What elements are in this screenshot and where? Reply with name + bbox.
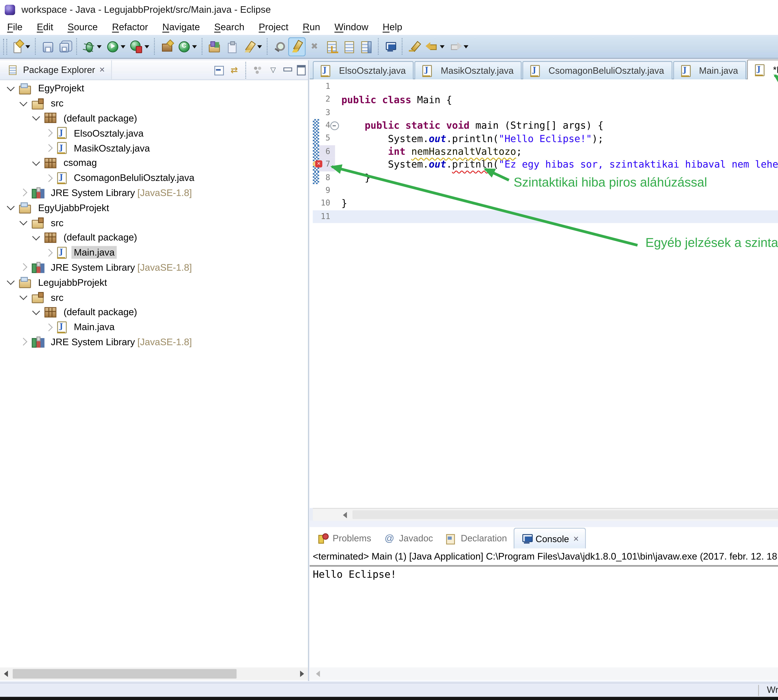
menu-window[interactable]: Window	[327, 20, 376, 34]
chevron-right-icon[interactable]	[45, 144, 53, 152]
new-button[interactable]	[9, 37, 33, 56]
save-button[interactable]	[39, 37, 56, 56]
tree-item-main-java-11[interactable]: Main.java	[0, 245, 308, 260]
chevron-down-icon[interactable]	[7, 203, 15, 211]
code-line-10[interactable]: 10}	[313, 197, 778, 210]
menu-refactor[interactable]: Refactor	[105, 20, 155, 34]
code-area[interactable]: 12public class Main {34 public static vo…	[313, 80, 778, 223]
chevron-right-icon[interactable]	[20, 338, 27, 346]
chevron-down-icon[interactable]	[20, 98, 27, 106]
tree-item-default-package[interactable]: (default package)	[0, 305, 308, 320]
scroll-left-icon[interactable]	[343, 512, 347, 518]
code-editor[interactable]: 12public class Main {34 public static vo…	[310, 79, 778, 508]
chevron-right-icon[interactable]	[45, 323, 53, 331]
tree-item-default-package[interactable]: (default package)	[0, 230, 308, 245]
code-line-2[interactable]: 2public class Main {	[313, 93, 778, 106]
mark-occurrences-button[interactable]	[288, 37, 306, 56]
chevron-down-icon[interactable]	[20, 218, 27, 225]
back-button[interactable]	[423, 37, 447, 56]
tree-item-jre-system-library[interactable]: JRE System Library [JavaSE-1.8]	[0, 185, 308, 200]
menu-project[interactable]: Project	[252, 20, 296, 34]
tree-item-default-package[interactable]: (default package)	[0, 111, 308, 126]
scroll-left-icon[interactable]	[4, 671, 8, 677]
view-tab-declaration[interactable]: Declaration	[439, 528, 513, 548]
menu-search[interactable]: Search	[207, 20, 252, 34]
pin-editor-button[interactable]	[358, 37, 376, 56]
debug-button[interactable]	[80, 37, 104, 56]
code-line-11[interactable]: 11	[313, 210, 778, 223]
chevron-right-icon[interactable]	[45, 174, 53, 182]
maximize-view-button[interactable]	[296, 64, 306, 75]
focus-button[interactable]	[252, 63, 264, 76]
editor-tab-main-java[interactable]: Main.java	[673, 61, 746, 79]
save-all-button[interactable]	[56, 37, 74, 56]
open-view-button[interactable]	[341, 37, 358, 56]
menu-run[interactable]: Run	[296, 20, 327, 34]
menu-file[interactable]: File	[0, 20, 30, 34]
chevron-down-icon[interactable]	[32, 158, 40, 166]
dropdown-caret-icon[interactable]	[257, 45, 262, 48]
build-all-button[interactable]: ✖	[306, 37, 323, 56]
tree-item-src[interactable]: src	[0, 96, 308, 111]
tree-item-elsoosztaly-java[interactable]: ElsoOsztaly.java	[0, 126, 308, 141]
chevron-down-icon[interactable]	[32, 307, 40, 315]
tree-item-src[interactable]: src	[0, 290, 308, 305]
chevron-down-icon[interactable]	[32, 233, 40, 240]
close-view-icon[interactable]: ✕	[99, 66, 105, 74]
run-external-tools-button[interactable]	[128, 37, 152, 56]
editor-tab-csomagonbeluliosztaly-java[interactable]: CsomagonBeluliOsztaly.java	[523, 61, 672, 79]
editor-tab-elsoosztaly-java[interactable]: ElsoOsztaly.java	[313, 61, 414, 79]
scroll-left-icon[interactable]	[316, 671, 320, 677]
last-edit-location-button[interactable]	[406, 37, 423, 56]
link-with-editor-button[interactable]: ⇄	[228, 63, 240, 76]
new-java-project-button[interactable]	[158, 37, 175, 56]
console-view-button[interactable]	[382, 37, 399, 56]
tree-item-csomagonbeluliosztaly-java[interactable]: CsomagonBeluliOsztaly.java	[0, 170, 308, 185]
dropdown-caret-icon[interactable]	[192, 45, 197, 48]
dropdown-caret-icon[interactable]	[440, 45, 445, 48]
search-button[interactable]	[240, 37, 264, 56]
editor-hscrollbar[interactable]	[313, 508, 778, 521]
code-line-1[interactable]: 1	[313, 80, 778, 93]
code-line-6[interactable]: 6 int nemHasznaltValtozo;	[313, 145, 778, 158]
view-menu-button[interactable]: ▽	[267, 63, 279, 76]
dropdown-caret-icon[interactable]	[464, 45, 469, 48]
menu-help[interactable]: Help	[376, 20, 409, 34]
forward-button[interactable]	[447, 37, 471, 56]
editor-tab-masikosztaly-java[interactable]: MasikOsztaly.java	[414, 61, 522, 79]
tree-item-masikosztaly-java[interactable]: MasikOsztaly.java	[0, 141, 308, 155]
open-task-button[interactable]	[205, 37, 223, 56]
tree-item-jre-system-library[interactable]: JRE System Library [JavaSE-1.8]	[0, 260, 308, 275]
package-explorer-hscrollbar[interactable]	[0, 667, 308, 680]
menu-source[interactable]: Source	[60, 20, 105, 34]
chevron-right-icon[interactable]	[45, 248, 53, 257]
tree-item-legujabbprojekt[interactable]: LegujabbProjekt	[0, 275, 308, 290]
error-marker-icon[interactable]	[313, 160, 322, 169]
fold-collapse-icon[interactable]	[330, 122, 339, 130]
package-explorer-tab[interactable]: Package Explorer ✕	[0, 60, 112, 79]
collapse-all-button[interactable]	[213, 63, 225, 76]
tree-item-csomag[interactable]: csomag	[0, 155, 308, 170]
code-line-4[interactable]: 4 public static void main (String[] args…	[313, 119, 778, 132]
externalize-strings-button[interactable]	[271, 37, 288, 56]
tree-item-src[interactable]: src	[0, 215, 308, 230]
horizontal-splitter[interactable]	[310, 521, 778, 527]
chevron-down-icon[interactable]	[20, 292, 27, 300]
dropdown-caret-icon[interactable]	[25, 45, 30, 48]
dropdown-caret-icon[interactable]	[145, 45, 149, 48]
menu-edit[interactable]: Edit	[30, 20, 60, 34]
chevron-down-icon[interactable]	[7, 277, 15, 285]
run-button[interactable]	[104, 37, 128, 56]
view-tab-problems[interactable]: Problems	[311, 528, 377, 548]
chevron-down-icon[interactable]	[7, 83, 15, 91]
dropdown-caret-icon[interactable]	[97, 45, 102, 48]
chevron-down-icon[interactable]	[32, 113, 40, 121]
tree-item-main-java-16[interactable]: Main.java	[0, 320, 308, 335]
view-tab-console[interactable]: Console✕	[513, 528, 586, 548]
tree-item-egyprojekt[interactable]: EgyProjekt	[0, 81, 308, 96]
minimize-view-button[interactable]	[282, 64, 293, 75]
tree-item-egyujabbprojekt[interactable]: EgyUjabbProjekt	[0, 200, 308, 215]
code-line-7[interactable]: 7 System.out.pritnln("Ez egy hibas sor, …	[313, 158, 778, 171]
close-view-icon[interactable]: ✕	[573, 535, 579, 542]
open-element-button[interactable]	[223, 37, 240, 56]
